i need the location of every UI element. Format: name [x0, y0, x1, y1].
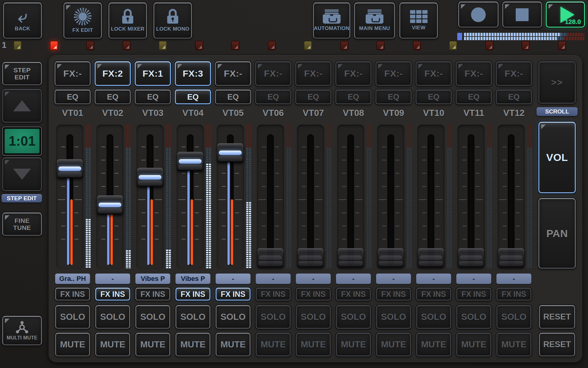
- fx-insert-button[interactable]: FX INS: [376, 288, 411, 301]
- main-menu-button[interactable]: MAIN MENU: [354, 2, 395, 39]
- view-button[interactable]: VIEW: [399, 2, 438, 39]
- solo-button[interactable]: SOLO: [175, 305, 210, 329]
- lock-mixer-button[interactable]: LOCK MIXER: [108, 2, 147, 39]
- eq-button[interactable]: EQ: [55, 90, 91, 104]
- mute-button[interactable]: MUTE: [336, 333, 371, 356]
- fx-insert-button[interactable]: FX INS: [336, 288, 371, 301]
- solo-button[interactable]: SOLO: [55, 305, 90, 329]
- sample-name-button[interactable]: Vibes P: [135, 274, 170, 284]
- eq-button[interactable]: EQ: [335, 90, 371, 104]
- sample-name-button[interactable]: -: [376, 274, 411, 284]
- eq-button[interactable]: EQ: [95, 90, 131, 104]
- sample-name-button[interactable]: -: [256, 274, 291, 284]
- record-button[interactable]: [458, 2, 499, 28]
- solo-button[interactable]: SOLO: [456, 305, 491, 329]
- mute-button[interactable]: MUTE: [496, 333, 531, 356]
- solo-button[interactable]: SOLO: [376, 305, 411, 329]
- pan-mode-button[interactable]: PAN: [538, 198, 576, 269]
- fader-handle[interactable]: [97, 195, 123, 214]
- fader-handle[interactable]: [378, 248, 404, 267]
- sample-name-button[interactable]: -: [95, 274, 130, 284]
- automation-button[interactable]: AUTOMATION: [313, 2, 350, 39]
- fx-slot-button[interactable]: FX:-: [416, 61, 452, 86]
- step-led-7[interactable]: [231, 41, 239, 50]
- fader-handle[interactable]: [297, 248, 324, 267]
- sample-name-button[interactable]: Vibes P: [175, 274, 210, 284]
- fader-track[interactable]: [508, 134, 514, 266]
- mute-button[interactable]: MUTE: [55, 333, 90, 356]
- sample-name-button[interactable]: -: [496, 274, 531, 284]
- stop-button[interactable]: [502, 2, 542, 28]
- step-led-3[interactable]: [86, 41, 94, 50]
- step-led-14[interactable]: [485, 41, 494, 50]
- fader-handle[interactable]: [217, 143, 243, 162]
- mute-button[interactable]: MUTE: [416, 333, 451, 356]
- lock-mono-button[interactable]: LOCK MONO: [153, 2, 192, 39]
- sample-name-button[interactable]: -: [216, 274, 251, 284]
- step-down-button[interactable]: [2, 157, 42, 191]
- solo-button[interactable]: SOLO: [256, 305, 291, 329]
- fader-handle[interactable]: [418, 248, 444, 267]
- mute-button[interactable]: MUTE: [175, 333, 210, 356]
- fx-insert-button[interactable]: FX INS: [55, 288, 90, 301]
- mute-button[interactable]: MUTE: [256, 333, 291, 356]
- fader-track[interactable]: [387, 134, 394, 266]
- eq-button[interactable]: EQ: [496, 90, 532, 104]
- step-led-15[interactable]: [522, 41, 530, 50]
- eq-button[interactable]: EQ: [175, 90, 211, 104]
- eq-button[interactable]: EQ: [135, 90, 171, 104]
- fx-edit-button[interactable]: FX EDIT: [63, 2, 102, 39]
- fx-insert-button[interactable]: FX INS: [216, 288, 251, 301]
- fx-slot-button[interactable]: FX:-: [215, 61, 251, 86]
- fx-insert-button[interactable]: FX INS: [296, 288, 331, 301]
- eq-button[interactable]: EQ: [375, 90, 412, 104]
- fx-slot-button[interactable]: FX:-: [496, 61, 532, 86]
- sample-name-button[interactable]: -: [416, 274, 451, 284]
- eq-button[interactable]: EQ: [416, 90, 452, 104]
- step-led-8[interactable]: [268, 41, 276, 50]
- fx-insert-button[interactable]: FX INS: [256, 288, 291, 301]
- play-button[interactable]: 128.0: [546, 2, 585, 28]
- step-edit-button[interactable]: STEP EDIT: [2, 62, 42, 85]
- fine-tune-button[interactable]: FINE TUNE: [2, 213, 42, 236]
- sample-name-button[interactable]: -: [336, 274, 371, 284]
- fader-track[interactable]: [468, 134, 474, 266]
- step-led-4[interactable]: [123, 41, 131, 50]
- sample-name-button[interactable]: -: [296, 274, 331, 284]
- mute-button[interactable]: MUTE: [376, 333, 411, 356]
- solo-button[interactable]: SOLO: [95, 305, 130, 329]
- fader-handle[interactable]: [458, 248, 484, 267]
- step-led-16[interactable]: [558, 41, 566, 50]
- step-led-13[interactable]: [449, 41, 457, 50]
- fader-track[interactable]: [307, 134, 314, 266]
- fx-slot-button[interactable]: FX:2: [95, 61, 131, 86]
- fx-slot-button[interactable]: FX:-: [55, 61, 91, 86]
- step-led-9[interactable]: [304, 41, 312, 50]
- fx-slot-button[interactable]: FX:-: [295, 61, 331, 86]
- fx-insert-button[interactable]: FX INS: [416, 288, 451, 301]
- fx-insert-button[interactable]: FX INS: [95, 288, 130, 301]
- reset-solo-button[interactable]: RESET: [539, 305, 575, 329]
- fx-insert-button[interactable]: FX INS: [496, 288, 531, 301]
- solo-button[interactable]: SOLO: [135, 305, 170, 329]
- step-led-6[interactable]: [195, 41, 203, 50]
- fader-handle[interactable]: [177, 152, 203, 171]
- fader-track[interactable]: [428, 134, 434, 266]
- fx-insert-button[interactable]: FX INS: [175, 288, 210, 301]
- step-up-button[interactable]: [2, 89, 42, 123]
- solo-button[interactable]: SOLO: [336, 305, 371, 329]
- solo-button[interactable]: SOLO: [496, 305, 531, 329]
- step-led-5[interactable]: [159, 41, 167, 50]
- fx-insert-button[interactable]: FX INS: [135, 288, 170, 301]
- step-led-2[interactable]: [50, 41, 58, 50]
- fader-track[interactable]: [267, 134, 274, 266]
- mute-button[interactable]: MUTE: [296, 333, 331, 356]
- solo-button[interactable]: SOLO: [296, 305, 331, 329]
- fx-insert-button[interactable]: FX INS: [456, 288, 491, 301]
- scroll-right-button[interactable]: >>: [538, 61, 576, 104]
- fx-slot-button[interactable]: FX:-: [335, 61, 371, 86]
- vol-mode-button[interactable]: VOL: [538, 122, 576, 193]
- fx-slot-button[interactable]: FX:-: [456, 61, 492, 86]
- step-led-1[interactable]: [13, 41, 22, 50]
- reset-mute-button[interactable]: RESET: [539, 333, 575, 356]
